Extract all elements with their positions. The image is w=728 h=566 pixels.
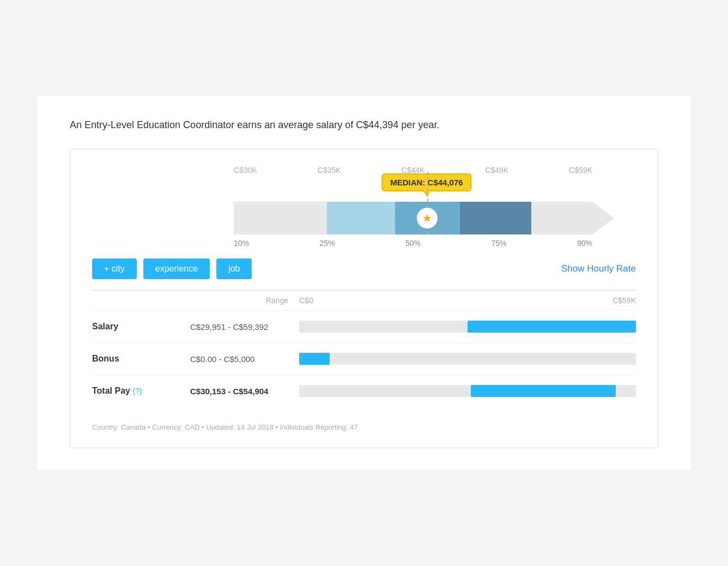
bar-segment-light — [327, 202, 395, 234]
arrow-bar-track: ★ — [234, 202, 592, 234]
label-75pct: 75% — [491, 239, 506, 248]
bonus-bar — [299, 353, 636, 365]
arrow-bar-wrapper: MEDIAN: C$44,076 ★ — [103, 202, 625, 234]
label-30k: C$30K — [234, 166, 257, 174]
total-pay-row: Total Pay (?) C$30,153 - C$54,904 — [92, 375, 636, 407]
total-pay-label-text: Total Pay — [92, 386, 130, 395]
th-c0: C$0 — [299, 296, 592, 305]
median-star: ★ — [418, 209, 436, 227]
label-49k: C$49K — [485, 166, 508, 174]
median-tooltip: MEDIAN: C$44,076 — [381, 173, 471, 191]
total-pay-bar-fill — [471, 385, 616, 397]
th-range: Range — [92, 296, 299, 305]
label-59k: C$59K — [569, 166, 592, 174]
label-25pct: 25% — [319, 239, 335, 248]
chart-container: C$30K C$35K C$44K C$49K C$59K MEDIAN: C$… — [70, 149, 658, 448]
experience-button[interactable]: experience — [143, 258, 210, 279]
bonus-bar-fill — [299, 353, 330, 365]
star-icon: ★ — [422, 212, 432, 225]
label-35k: C$35K — [318, 166, 341, 174]
salary-label: Salary — [92, 322, 190, 332]
job-button[interactable]: job — [216, 258, 252, 279]
median-label-text: MEDIAN: C$44,076 — [390, 178, 463, 187]
salary-bar — [299, 321, 636, 333]
label-90pct: 90% — [577, 239, 592, 248]
total-pay-label-cell: Total Pay (?) — [92, 386, 190, 396]
footer-meta: Country: Canada • Currency: CAD • Update… — [92, 418, 636, 431]
salary-row: Salary C$29,951 - C$59,392 — [92, 311, 636, 343]
salary-range: C$29,951 - C$59,392 — [190, 322, 299, 332]
label-10pct: 10% — [234, 239, 249, 248]
city-button[interactable]: + city — [92, 258, 137, 279]
th-max: C$59K — [592, 296, 636, 305]
salary-bar-fill — [468, 321, 636, 333]
bar-segment-dark — [460, 202, 532, 234]
label-50pct: 50% — [405, 239, 421, 248]
total-pay-range: C$30,153 - C$54,904 — [190, 387, 299, 396]
filters-row: + city experience job Show Hourly Rate — [92, 258, 636, 279]
bonus-label: Bonus — [92, 354, 190, 364]
bonus-range: C$0.00 - C$5,000 — [190, 354, 299, 364]
bottom-labels: 10% 25% 50% 75% 90% — [103, 239, 625, 248]
bar-chart-section: C$30K C$35K C$44K C$49K C$59K MEDIAN: C$… — [92, 166, 636, 248]
total-pay-question-mark[interactable]: (?) — [132, 387, 142, 395]
intro-text: An Entry-Level Education Coordinator ear… — [70, 118, 658, 133]
table-section: Range C$0 C$59K Salary C$29,951 - C$59,3… — [92, 290, 636, 407]
total-pay-bar — [299, 385, 636, 397]
bonus-bar-bg — [299, 353, 636, 365]
table-header-row: Range C$0 C$59K — [92, 291, 636, 311]
bonus-row: Bonus C$0.00 - C$5,000 — [92, 343, 636, 375]
top-labels: C$30K C$35K C$44K C$49K C$59K — [103, 166, 625, 174]
show-hourly-link[interactable]: Show Hourly Rate — [561, 263, 636, 274]
